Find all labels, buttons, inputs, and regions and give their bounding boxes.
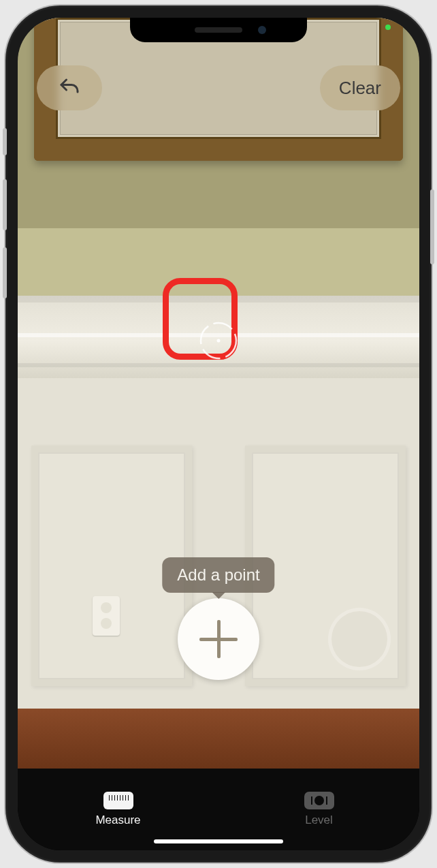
add-point-tooltip: Add a point bbox=[162, 557, 274, 593]
level-icon bbox=[304, 792, 334, 809]
reticle-container bbox=[197, 319, 240, 362]
front-camera bbox=[258, 26, 266, 34]
volume-up-button bbox=[3, 179, 7, 230]
undo-icon bbox=[57, 76, 82, 100]
top-controls: Clear bbox=[37, 65, 400, 110]
tab-measure[interactable]: Measure bbox=[18, 769, 218, 850]
tab-bar: Measure Level bbox=[18, 769, 419, 850]
bottom-controls: Add a point bbox=[18, 598, 419, 680]
scene-molding bbox=[18, 363, 419, 367]
reticle-center-dot bbox=[217, 339, 221, 342]
notch bbox=[130, 18, 307, 42]
tab-measure-label: Measure bbox=[95, 813, 140, 827]
add-point-button[interactable]: Add a point bbox=[178, 598, 259, 680]
clear-button[interactable]: Clear bbox=[320, 65, 400, 110]
home-indicator[interactable] bbox=[154, 839, 283, 843]
tab-level-label: Level bbox=[305, 813, 333, 827]
volume-down-button bbox=[3, 247, 7, 298]
ruler-icon bbox=[103, 792, 133, 809]
device-frame: Clear Add a point bbox=[5, 5, 432, 863]
device-screen-bezel: Clear Add a point bbox=[18, 18, 419, 850]
mute-switch bbox=[3, 128, 7, 155]
tab-level[interactable]: Level bbox=[218, 769, 419, 850]
clear-button-label: Clear bbox=[339, 78, 381, 99]
measure-reticle bbox=[197, 319, 240, 362]
capture-button[interactable] bbox=[328, 608, 391, 670]
camera-viewfinder[interactable]: Clear Add a point bbox=[18, 18, 419, 769]
camera-privacy-indicator bbox=[385, 25, 391, 30]
screen: Clear Add a point bbox=[18, 18, 419, 850]
side-button bbox=[430, 189, 434, 264]
plus-icon bbox=[217, 620, 221, 658]
tooltip-text: Add a point bbox=[177, 565, 259, 584]
undo-button[interactable] bbox=[37, 65, 102, 110]
speaker-grille bbox=[195, 27, 242, 33]
scene-molding bbox=[18, 296, 419, 303]
